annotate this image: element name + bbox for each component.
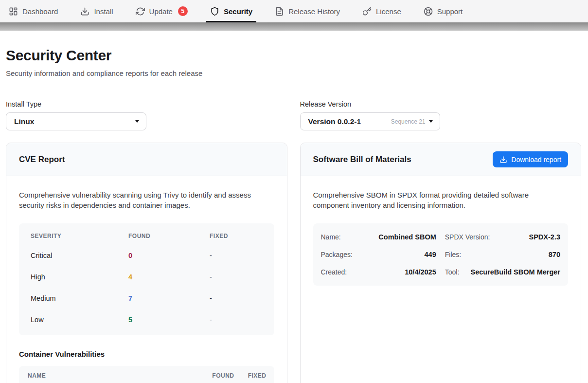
lifebuoy-icon	[424, 7, 433, 16]
detail-value: 10/4/2025	[405, 268, 436, 276]
severity-label: Low	[31, 316, 128, 324]
release-sequence-label: Sequence 21	[391, 118, 426, 125]
sbom-detail-packages: Packages: 449	[321, 246, 436, 263]
nav-tab-install[interactable]: Install	[79, 0, 114, 22]
page-subtitle: Security information and compliance repo…	[6, 69, 581, 77]
nav-label: Release History	[288, 7, 340, 16]
cve-report-card: CVE Report Comprehensive vulnerability s…	[6, 143, 287, 383]
install-type-filter: Install Type Linux	[6, 100, 287, 130]
install-type-value: Linux	[14, 117, 34, 126]
column-header-fixed: FIXED	[210, 233, 263, 239]
cards-row: CVE Report Comprehensive vulnerability s…	[6, 143, 581, 383]
nav-tab-license[interactable]: License	[361, 0, 402, 22]
download-icon	[80, 7, 89, 16]
fixed-count: -	[210, 294, 263, 302]
nav-tab-release-history[interactable]: Release History	[274, 0, 341, 22]
nav-label: Dashboard	[22, 7, 58, 16]
sbom-detail-tool: Tool: SecureBuild SBOM Merger	[445, 263, 560, 281]
severity-label: Medium	[31, 294, 128, 302]
sbom-details: Name: Combined SBOM SPDX Version: SPDX-2…	[313, 223, 569, 286]
detail-label: Files:	[445, 251, 461, 258]
sbom-detail-created: Created: 10/4/2025	[321, 263, 436, 281]
nav-label: Security	[224, 7, 252, 16]
found-count: 0	[128, 252, 210, 259]
nav-tab-support[interactable]: Support	[423, 0, 464, 22]
release-version-label: Release Version	[300, 100, 582, 108]
sbom-detail-name: Name: Combined SBOM	[321, 228, 436, 246]
release-version-filter: Release Version Version 0.0.2-1 Sequence…	[300, 100, 582, 130]
refresh-icon	[136, 7, 145, 16]
column-header-name: NAME	[28, 372, 193, 379]
detail-value: 449	[425, 251, 436, 258]
table-row-low: Low 5 -	[19, 309, 274, 330]
column-header-found: FOUND	[193, 372, 234, 379]
download-icon	[499, 156, 507, 164]
cve-report-title: CVE Report	[19, 155, 65, 164]
detail-label: Name:	[321, 233, 341, 241]
detail-value: Combined SBOM	[378, 233, 436, 241]
shield-icon	[210, 7, 219, 16]
update-count-badge: 5	[178, 6, 188, 16]
document-icon	[275, 7, 284, 16]
table-row-high: High 4 -	[19, 266, 274, 288]
sbom-detail-spdx-version: SPDX Version: SPDX-2.3	[445, 228, 560, 246]
detail-value: SecureBuild SBOM Merger	[470, 268, 560, 276]
severity-table: SEVERITY FOUND FIXED Critical 0 - High 4…	[19, 223, 274, 335]
chevron-down-icon	[135, 120, 139, 123]
release-version-select[interactable]: Version 0.0.2-1 Sequence 21	[300, 112, 440, 130]
sbom-description: Comprehensive SBOM in SPDX format provid…	[313, 190, 566, 211]
fixed-count: -	[210, 316, 263, 324]
nav-label: Support	[437, 7, 463, 16]
top-nav: Dashboard Install Update 5 Security Rele…	[0, 0, 588, 22]
container-vulnerabilities-header: NAME FOUND FIXED	[19, 366, 274, 383]
main-content: Security Center Security information and…	[0, 31, 588, 383]
dashboard-icon	[9, 7, 18, 16]
detail-value: 870	[549, 251, 560, 258]
column-header-found: FOUND	[128, 233, 210, 239]
detail-label: Tool:	[445, 268, 460, 276]
download-report-label: Download report	[511, 156, 561, 164]
found-count: 4	[128, 273, 210, 281]
container-vulnerabilities-title: Container Vulnerabilities	[19, 350, 274, 358]
install-type-select[interactable]: Linux	[6, 112, 146, 130]
found-count: 5	[128, 316, 210, 324]
cve-report-description: Comprehensive vulnerability scanning usi…	[19, 190, 272, 211]
column-header-severity: SEVERITY	[31, 233, 128, 239]
detail-value: SPDX-2.3	[529, 233, 560, 241]
nav-tab-security[interactable]: Security	[209, 0, 253, 22]
severity-table-header: SEVERITY FOUND FIXED	[19, 227, 274, 245]
severity-label: High	[31, 273, 128, 281]
table-row-critical: Critical 0 -	[19, 245, 274, 266]
nav-label: Update	[149, 7, 173, 16]
table-row-medium: Medium 7 -	[19, 288, 274, 309]
fixed-count: -	[210, 273, 263, 281]
nav-label: License	[376, 7, 401, 16]
detail-label: Packages:	[321, 251, 353, 258]
column-header-fixed: FIXED	[234, 372, 267, 379]
sbom-title: Software Bill of Materials	[313, 155, 411, 164]
nav-shadow-band	[0, 22, 588, 31]
cve-report-header: CVE Report	[6, 143, 287, 176]
nav-tab-update[interactable]: Update 5	[135, 0, 189, 22]
sbom-header: Software Bill of Materials Download repo…	[301, 143, 581, 176]
filters-row: Install Type Linux Release Version Versi…	[6, 100, 581, 130]
nav-tab-dashboard[interactable]: Dashboard	[8, 0, 59, 22]
found-count: 7	[128, 294, 210, 302]
key-icon	[362, 7, 372, 16]
severity-label: Critical	[31, 252, 128, 259]
install-type-label: Install Type	[6, 100, 287, 108]
detail-label: Created:	[321, 268, 347, 276]
sbom-detail-files: Files: 870	[445, 246, 560, 263]
chevron-down-icon	[429, 120, 433, 123]
download-report-button[interactable]: Download report	[493, 151, 568, 167]
nav-label: Install	[94, 7, 113, 16]
fixed-count: -	[210, 252, 263, 259]
release-version-value: Version 0.0.2-1	[308, 117, 361, 126]
sbom-card: Software Bill of Materials Download repo…	[300, 143, 582, 383]
page-title: Security Center	[6, 47, 581, 64]
detail-label: SPDX Version:	[445, 233, 490, 241]
